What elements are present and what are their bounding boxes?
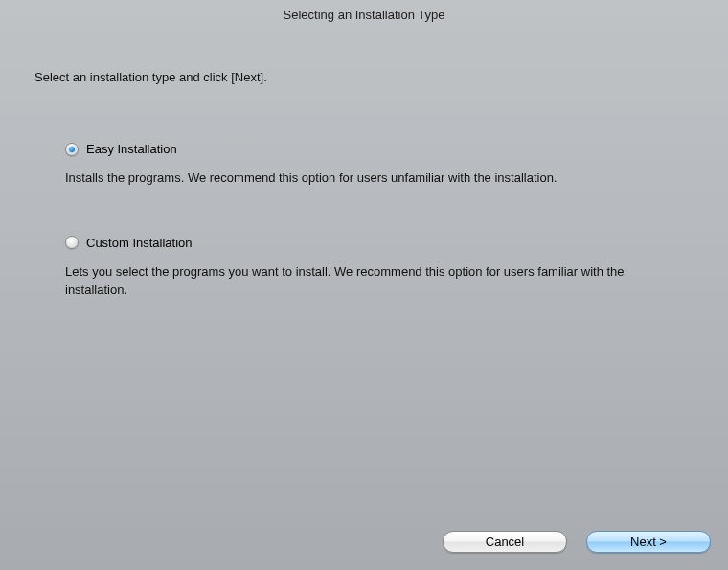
instruction-text: Select an installation type and click [N… — [0, 22, 728, 84]
next-button[interactable]: Next > — [586, 531, 711, 553]
cancel-button[interactable]: Cancel — [443, 531, 567, 553]
button-bar: Cancel Next > — [443, 531, 711, 553]
option-custom-description: Lets you select the programs you want to… — [65, 263, 661, 300]
option-easy-row[interactable]: Easy Installation — [65, 142, 661, 156]
radio-custom-icon[interactable] — [65, 236, 79, 249]
option-custom-label[interactable]: Custom Installation — [86, 236, 193, 250]
option-custom: Custom Installation Lets you select the … — [65, 236, 661, 300]
option-easy-description: Installs the programs. We recommend this… — [65, 170, 661, 188]
options-container: Easy Installation Installs the programs.… — [0, 84, 661, 300]
option-easy: Easy Installation Installs the programs.… — [65, 142, 661, 188]
page-title: Selecting an Installation Type — [0, 0, 728, 22]
option-easy-label[interactable]: Easy Installation — [86, 142, 177, 156]
option-custom-row[interactable]: Custom Installation — [65, 236, 661, 250]
radio-easy-icon[interactable] — [65, 143, 79, 156]
